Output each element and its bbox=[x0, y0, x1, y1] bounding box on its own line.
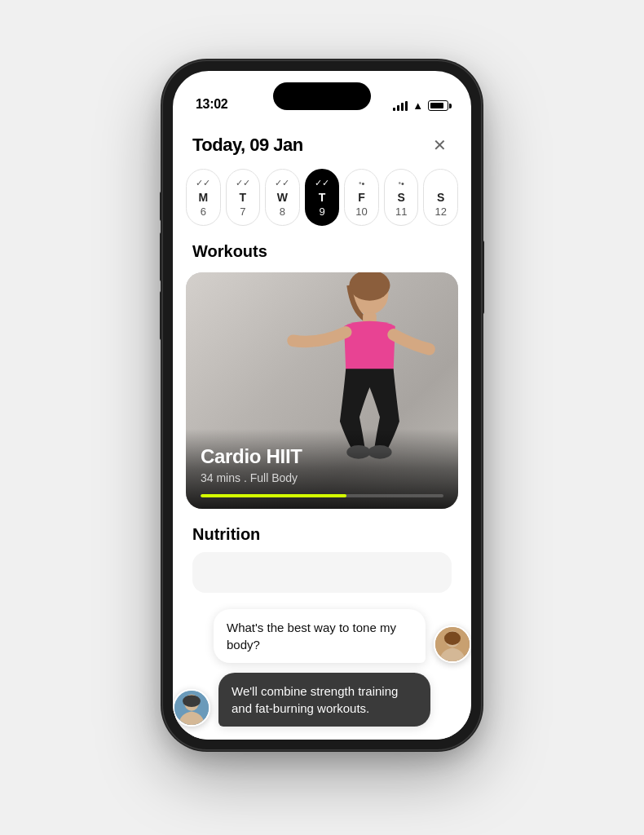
day-letter-sun: S bbox=[437, 191, 444, 204]
power-button bbox=[481, 241, 484, 314]
nutrition-section-title: Nutrition bbox=[192, 525, 452, 544]
user-message-text: What's the best way to tone my body? bbox=[227, 621, 396, 652]
coach-message-text: We'll combine strength training and fat-… bbox=[232, 684, 398, 715]
day-letter-thu: T bbox=[319, 191, 326, 204]
day-check-fri: • bbox=[359, 178, 364, 189]
status-time: 13:02 bbox=[196, 97, 227, 112]
nutrition-section: Nutrition bbox=[173, 509, 471, 601]
day-item-wed[interactable]: ✓ W 8 bbox=[265, 169, 300, 226]
chat-message-coach: We'll combine strength training and fat-… bbox=[173, 673, 471, 727]
svg-point-7 bbox=[444, 631, 461, 644]
day-letter-sat: S bbox=[397, 191, 404, 204]
day-item-mon[interactable]: ✓ M 6 bbox=[186, 169, 221, 226]
workout-overlay: Cardio HIIT 34 mins . Full Body bbox=[186, 429, 458, 509]
workout-card[interactable]: Cardio HIIT 34 mins . Full Body bbox=[186, 272, 458, 509]
user-message-bubble: What's the best way to tone my body? bbox=[214, 609, 426, 663]
day-letter-mon: M bbox=[198, 191, 208, 204]
chat-overlay: What's the best way to tone my body? bbox=[173, 596, 471, 740]
day-check-mon: ✓ bbox=[196, 178, 210, 189]
day-check-sat: • bbox=[398, 178, 404, 189]
workouts-section-title: Workouts bbox=[173, 242, 471, 261]
workout-meta: 34 mins . Full Body bbox=[201, 471, 443, 484]
day-item-fri[interactable]: • F 10 bbox=[344, 169, 379, 226]
app-content: Today, 09 Jan ✕ ✓ M 6 ✓ T 7 ✓ W bbox=[173, 118, 471, 740]
chat-message-user: What's the best way to tone my body? bbox=[173, 609, 471, 663]
day-item-tue[interactable]: ✓ T 7 bbox=[226, 169, 261, 226]
day-letter-tue: T bbox=[240, 191, 247, 204]
day-letter-wed: W bbox=[277, 191, 288, 204]
day-num-thu: 9 bbox=[319, 205, 324, 218]
app-header: Today, 09 Jan ✕ bbox=[173, 118, 471, 169]
wifi-icon: ▲ bbox=[412, 99, 423, 112]
day-item-thu[interactable]: ✓ T 9 bbox=[305, 169, 340, 226]
day-num-sat: 11 bbox=[395, 205, 407, 218]
svg-point-10 bbox=[183, 695, 201, 707]
day-item-sun[interactable]: S 12 bbox=[423, 169, 458, 226]
day-letter-fri: F bbox=[358, 191, 365, 204]
coach-avatar bbox=[173, 689, 210, 727]
day-num-mon: 6 bbox=[201, 205, 206, 218]
workout-title: Cardio HIIT bbox=[201, 445, 443, 468]
dynamic-island bbox=[273, 82, 371, 110]
day-check-thu: ✓ bbox=[315, 178, 329, 189]
day-num-tue: 7 bbox=[240, 205, 245, 218]
signal-icon bbox=[393, 101, 408, 111]
workout-progress-bar bbox=[201, 494, 443, 497]
nutrition-card-peek bbox=[192, 552, 452, 593]
phone-wrapper: 13:02 ▲ Today, 09 Jan ✕ bbox=[163, 61, 481, 749]
day-check-tue: ✓ bbox=[236, 178, 250, 189]
day-num-wed: 8 bbox=[280, 205, 285, 218]
day-check-wed: ✓ bbox=[275, 178, 289, 189]
coach-message-bubble: We'll combine strength training and fat-… bbox=[218, 673, 430, 727]
close-button[interactable]: ✕ bbox=[427, 133, 452, 157]
status-icons: ▲ bbox=[393, 99, 448, 112]
day-item-sat[interactable]: • S 11 bbox=[384, 169, 419, 226]
day-num-fri: 10 bbox=[355, 205, 367, 218]
day-selector: ✓ M 6 ✓ T 7 ✓ W 8 ✓ T 9 bbox=[173, 169, 471, 226]
day-num-sun: 12 bbox=[434, 205, 446, 218]
battery-icon bbox=[428, 100, 448, 111]
workout-progress-fill bbox=[201, 494, 346, 497]
user-avatar bbox=[434, 625, 471, 663]
header-date: Today, 09 Jan bbox=[192, 135, 303, 156]
phone-screen: 13:02 ▲ Today, 09 Jan ✕ bbox=[173, 71, 471, 740]
